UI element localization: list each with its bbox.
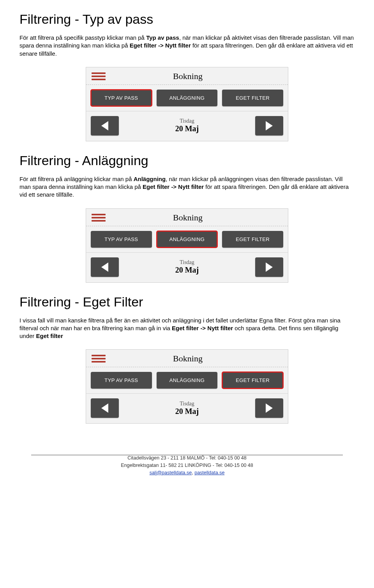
widget-title: Bokning: [110, 213, 282, 223]
filter-tabs: TYP AV PASS ANLÄGGNING EGET FILTER: [86, 226, 288, 253]
bold-text: Eget filter -> Nytt filter: [172, 325, 233, 331]
bold-text: Eget filter: [36, 333, 63, 339]
widget-header: Bokning: [86, 67, 288, 85]
prev-day-button[interactable]: [91, 116, 119, 136]
section-heading-typ-av-pass: Filtrering - Typ av pass: [19, 12, 355, 27]
booking-widget-1: Bokning TYP AV PASS ANLÄGGNING EGET FILT…: [86, 67, 288, 141]
prev-day-button[interactable]: [91, 257, 119, 277]
arrow-left-icon: [101, 262, 108, 272]
weekday-label: Tisdag: [119, 118, 255, 124]
page-footer: Citadellsvägen 23 - 211 18 MALMÖ - Tel: …: [19, 455, 355, 476]
arrow-right-icon: [266, 403, 273, 413]
text: För att filtrera på anläggning klickar m…: [19, 176, 134, 182]
footer-line-3: salj@pastelldata.se, pastelldata.se: [19, 469, 355, 477]
date-nav: Tisdag 20 Maj: [86, 111, 288, 141]
tab-anlaggning[interactable]: ANLÄGGNING: [157, 372, 218, 389]
bold-text: Anläggning: [134, 176, 166, 182]
tab-anlaggning[interactable]: ANLÄGGNING: [157, 90, 218, 106]
bold-text: Eget filter -> Nytt filter: [130, 42, 191, 49]
section1-paragraph: För att filtrera på specifik passtyp kli…: [19, 34, 355, 58]
tab-typ-av-pass[interactable]: TYP AV PASS: [91, 90, 152, 106]
tab-eget-filter[interactable]: EGET FILTER: [222, 90, 283, 106]
prev-day-button[interactable]: [91, 398, 119, 418]
date-label: 20 Maj: [119, 124, 255, 133]
weekday-label: Tisdag: [119, 259, 255, 266]
section-heading-anlaggning: Filtrering - Anläggning: [19, 153, 355, 168]
arrow-left-icon: [101, 403, 108, 413]
date-display: Tisdag 20 Maj: [119, 401, 255, 416]
widget-header: Bokning: [86, 350, 288, 367]
filter-tabs: TYP AV PASS ANLÄGGNING EGET FILTER: [86, 85, 288, 111]
arrow-left-icon: [101, 121, 108, 130]
footer-line-2: Engelbrektsgatan 11- 582 21 LINKÖPING - …: [19, 462, 355, 469]
date-display: Tisdag 20 Maj: [119, 118, 255, 133]
tab-typ-av-pass[interactable]: TYP AV PASS: [91, 231, 152, 248]
footer-site-link[interactable]: pastelldata.se: [194, 470, 224, 475]
widget-title: Bokning: [110, 354, 282, 364]
hamburger-icon[interactable]: [92, 72, 106, 80]
filter-tabs: TYP AV PASS ANLÄGGNING EGET FILTER: [86, 367, 288, 394]
booking-widget-2: Bokning TYP AV PASS ANLÄGGNING EGET FILT…: [86, 208, 288, 283]
tab-anlaggning[interactable]: ANLÄGGNING: [157, 231, 218, 248]
booking-widget-3: Bokning TYP AV PASS ANLÄGGNING EGET FILT…: [86, 349, 288, 424]
bold-text: Typ av pass: [146, 34, 179, 41]
date-nav: Tisdag 20 Maj: [86, 253, 288, 282]
section2-paragraph: För att filtrera på anläggning klickar m…: [19, 175, 355, 199]
arrow-right-icon: [266, 262, 273, 272]
footer-line-1: Citadellsvägen 23 - 211 18 MALMÖ - Tel: …: [19, 454, 355, 462]
bold-text: Eget filter -> Nytt filter: [143, 183, 204, 190]
section-heading-eget-filter: Filtrering - Eget Filter: [19, 294, 355, 310]
next-day-button[interactable]: [255, 398, 283, 418]
date-nav: Tisdag 20 Maj: [86, 394, 288, 423]
arrow-right-icon: [266, 121, 273, 130]
text: För att filtrera på specifik passtyp kli…: [19, 34, 146, 41]
footer-email-link[interactable]: salj@pastelldata.se: [150, 470, 192, 475]
date-label: 20 Maj: [119, 407, 255, 416]
next-day-button[interactable]: [255, 257, 283, 277]
widget-title: Bokning: [110, 71, 282, 81]
tab-eget-filter[interactable]: EGET FILTER: [222, 231, 283, 248]
section3-paragraph: I vissa fall vill man kanske filtrera på…: [19, 317, 355, 340]
tab-eget-filter[interactable]: EGET FILTER: [222, 372, 283, 389]
hamburger-icon[interactable]: [92, 214, 106, 222]
hamburger-icon[interactable]: [92, 355, 106, 363]
next-day-button[interactable]: [255, 116, 283, 136]
date-display: Tisdag 20 Maj: [119, 259, 255, 275]
tab-typ-av-pass[interactable]: TYP AV PASS: [91, 372, 152, 389]
weekday-label: Tisdag: [119, 401, 255, 407]
date-label: 20 Maj: [119, 266, 255, 275]
widget-header: Bokning: [86, 209, 288, 226]
